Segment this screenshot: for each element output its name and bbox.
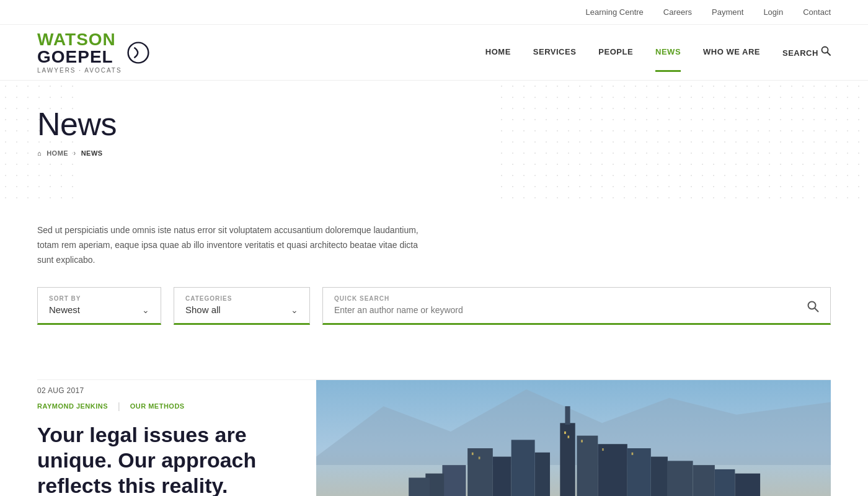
nav-services[interactable]: SERVICES: [533, 33, 577, 72]
breadcrumb-chevron: ›: [73, 149, 76, 157]
search-input[interactable]: [334, 305, 807, 315]
svg-rect-21: [693, 466, 715, 496]
nav-people[interactable]: PEOPLE: [598, 33, 633, 72]
svg-rect-27: [472, 453, 474, 455]
search-submit-icon[interactable]: [807, 300, 819, 316]
quick-search-box: QUICK SEARCH: [322, 287, 831, 325]
nav-news[interactable]: NEWS: [655, 33, 681, 72]
categories-chevron-icon: ⌄: [291, 305, 298, 315]
svg-rect-16: [651, 457, 668, 496]
categories-dropdown[interactable]: CATEGORIES Show all ⌄: [174, 287, 310, 325]
svg-rect-8: [565, 407, 570, 425]
tag-divider: |: [118, 401, 120, 411]
svg-rect-9: [467, 448, 493, 496]
svg-line-2: [828, 52, 831, 55]
main-navigation: WATSON GOEPEL LAWYERS · AVOCATS HOME SER…: [0, 25, 868, 81]
svg-rect-11: [512, 440, 535, 496]
intro-text: Sed ut perspiciatis unde omnis iste natu…: [37, 223, 422, 267]
logo-sub: LAWYERS · AVOCATS: [37, 67, 122, 74]
categories-value: Show all ⌄: [185, 304, 298, 315]
contact-link[interactable]: Contact: [803, 7, 831, 17]
top-bar: Learning Centre Careers Payment Login Co…: [0, 0, 868, 25]
svg-rect-7: [560, 423, 575, 496]
sort-by-chevron-icon: ⌄: [142, 305, 149, 315]
careers-link[interactable]: Careers: [663, 7, 692, 17]
article-title[interactable]: Your legal issues are unique. Our approa…: [37, 422, 291, 496]
breadcrumb-home[interactable]: HOME: [46, 149, 68, 157]
svg-line-4: [815, 308, 818, 312]
breadcrumb: ⌂ HOME › NEWS: [37, 149, 831, 157]
hero-section: News ⌂ HOME › NEWS: [0, 81, 868, 205]
logo-watson: WATSON: [37, 31, 122, 48]
logo-goepel: GOEPEL: [37, 48, 122, 66]
search-label: QUICK SEARCH: [334, 295, 807, 302]
svg-rect-13: [577, 436, 598, 496]
svg-rect-29: [581, 440, 583, 443]
svg-rect-28: [479, 457, 480, 459]
page-title: News: [37, 105, 831, 143]
breadcrumb-current: NEWS: [81, 149, 103, 157]
article-section: 02 AUG 2017 RAYMOND JENKINS | OUR METHOD…: [0, 380, 868, 496]
svg-rect-23: [735, 474, 760, 496]
sort-by-label: SORT BY: [49, 295, 149, 302]
search-input-area: QUICK SEARCH: [334, 295, 807, 316]
svg-rect-15: [627, 448, 651, 496]
nav-search-button[interactable]: SEARCH: [782, 32, 831, 73]
learning-centre-link[interactable]: Learning Centre: [586, 7, 644, 17]
svg-rect-17: [668, 461, 693, 496]
nav-who-we-are[interactable]: WHO WE ARE: [703, 33, 760, 72]
article-tag-author[interactable]: RAYMOND JENKINS: [37, 402, 108, 410]
svg-rect-26: [568, 436, 570, 438]
payment-link[interactable]: Payment: [712, 7, 743, 17]
sort-by-value: Newest ⌄: [49, 304, 149, 315]
nav-home[interactable]: HOME: [485, 33, 511, 72]
content-area: Sed ut perspiciatis unde omnis iste natu…: [0, 205, 868, 379]
sort-by-dropdown[interactable]: SORT BY Newest ⌄: [37, 287, 161, 325]
filter-row: SORT BY Newest ⌄ CATEGORIES Show all ⌄ Q…: [37, 287, 831, 325]
svg-rect-10: [493, 457, 512, 496]
article-image: [316, 380, 831, 496]
svg-rect-30: [602, 448, 604, 451]
svg-rect-12: [535, 453, 550, 496]
nav-search-label: SEARCH: [782, 48, 818, 58]
categories-label: CATEGORIES: [185, 295, 298, 302]
nav-links: HOME SERVICES PEOPLE NEWS WHO WE ARE SEA…: [485, 32, 831, 73]
svg-rect-25: [564, 432, 566, 434]
article-tag-category[interactable]: OUR METHODS: [130, 402, 185, 410]
svg-rect-22: [715, 469, 735, 496]
search-icon: [821, 46, 831, 56]
svg-rect-14: [598, 445, 627, 496]
article-left: 02 AUG 2017 RAYMOND JENKINS | OUR METHOD…: [37, 380, 316, 496]
article-date: 02 AUG 2017: [37, 386, 291, 395]
svg-rect-31: [632, 453, 634, 455]
home-icon: ⌂: [37, 149, 42, 157]
article-image-container: [316, 380, 831, 496]
svg-rect-18: [442, 466, 466, 496]
svg-rect-20: [409, 478, 430, 496]
article-tags: RAYMOND JENKINS | OUR METHODS: [37, 401, 291, 411]
logo-circle-icon: [127, 42, 149, 64]
login-link[interactable]: Login: [763, 7, 783, 17]
logo[interactable]: WATSON GOEPEL LAWYERS · AVOCATS: [37, 25, 149, 80]
